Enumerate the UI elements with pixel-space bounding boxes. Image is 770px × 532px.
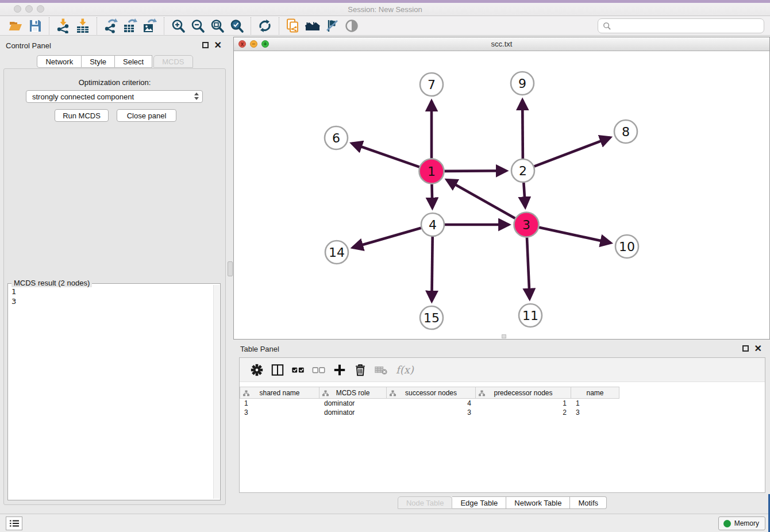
tab-node-table[interactable]: Node Table: [398, 496, 453, 509]
mcds-result-text[interactable]: 1 3: [9, 286, 212, 499]
function-icon[interactable]: f(x): [396, 364, 414, 376]
flag-icon[interactable]: [322, 17, 342, 34]
edge-3-11[interactable]: [527, 237, 530, 299]
table-cell[interactable]: 3: [240, 408, 319, 417]
table-cell[interactable]: 1: [240, 399, 319, 408]
select-all-icon[interactable]: [288, 360, 309, 380]
close-panel-icon[interactable]: ✕: [754, 345, 762, 352]
graph-node-label-4: 4: [429, 218, 437, 232]
export-image-icon[interactable]: [140, 17, 160, 34]
chevron-updown-icon: [194, 92, 199, 100]
close-panel-icon[interactable]: ✕: [214, 42, 222, 48]
toolbar-separator: [97, 17, 97, 34]
edge-1-6[interactable]: [352, 144, 419, 167]
open-session-icon[interactable]: [6, 17, 25, 34]
main-toolbar: [0, 16, 770, 36]
table-row[interactable]: 3dominator323: [240, 408, 765, 417]
network-window-titlebar[interactable]: x − + scc.txt: [234, 37, 769, 51]
table-cell[interactable]: dominator: [319, 408, 387, 417]
tab-select[interactable]: Select: [115, 55, 152, 68]
apply-layout-icon[interactable]: [255, 17, 275, 34]
search-input[interactable]: [614, 20, 764, 32]
export-table-icon[interactable]: [121, 17, 140, 34]
edge-2-9[interactable]: [522, 100, 523, 159]
tab-mcds[interactable]: MCDS: [153, 55, 192, 68]
table-cell[interactable]: 3: [571, 408, 619, 417]
splitter-grip[interactable]: [228, 261, 233, 276]
tab-motifs[interactable]: Motifs: [570, 496, 607, 509]
edge-2-3[interactable]: [523, 183, 525, 207]
clone-network-icon[interactable]: [283, 17, 303, 34]
network-canvas[interactable]: 7968124314101511: [234, 51, 769, 339]
graph-node-label-14: 14: [329, 245, 345, 260]
trash-icon[interactable]: [350, 360, 371, 380]
table-header-row: shared nameMCDS rolesuccessor nodesprede…: [240, 387, 765, 399]
edge-1-2[interactable]: [444, 171, 506, 171]
control-panel: Control Panel ✕ NetworkStyleSelectMCDS O…: [0, 36, 230, 514]
tab-network-table[interactable]: Network Table: [506, 496, 570, 509]
optimization-criterion-select[interactable]: strongly connected component: [26, 90, 203, 103]
table-panel: Table Panel ✕: [233, 341, 770, 514]
column-header-MCDS-role[interactable]: MCDS role: [319, 387, 387, 399]
tab-network[interactable]: Network: [37, 55, 82, 68]
table-row[interactable]: 1dominator411: [240, 399, 765, 408]
window-resize-grip[interactable]: [502, 334, 506, 338]
graph-node-label-8: 8: [622, 125, 630, 139]
column-header-successor-nodes[interactable]: successor nodes: [387, 387, 476, 399]
close-panel-button[interactable]: Close panel: [117, 109, 176, 122]
mcds-result-group: MCDS result (2 nodes) 1 3: [7, 283, 221, 500]
graph-node-label-15: 15: [424, 311, 440, 325]
tab-edge-table[interactable]: Edge Table: [452, 496, 506, 509]
memory-status-dot: [723, 520, 731, 527]
home-icon[interactable]: [303, 17, 322, 34]
float-panel-icon[interactable]: [202, 42, 209, 48]
eye-icon[interactable]: [342, 17, 361, 34]
search-box[interactable]: [598, 18, 764, 33]
column-header-name[interactable]: name: [571, 387, 619, 399]
optimization-criterion-value: strongly connected component: [32, 92, 134, 101]
zoom-selected-icon[interactable]: [227, 17, 247, 34]
import-table-icon[interactable]: [73, 17, 93, 34]
app-titlebar: Session: New Session: [0, 0, 770, 16]
table-cell[interactable]: 1: [571, 399, 619, 408]
column-header-shared-name[interactable]: shared name: [240, 387, 319, 399]
delete-table-icon[interactable]: [371, 360, 391, 380]
zoom-in-icon[interactable]: [168, 17, 188, 34]
export-network-icon[interactable]: [101, 17, 121, 34]
save-session-icon[interactable]: [25, 17, 45, 34]
import-network-icon[interactable]: [53, 17, 73, 34]
optimization-criterion-label: Optimization criterion:: [4, 78, 225, 87]
table-panel-title: Table Panel: [240, 345, 279, 353]
graph-node-label-1: 1: [428, 164, 436, 179]
task-history-button[interactable]: [6, 516, 22, 530]
status-bar: Memory: [0, 514, 770, 532]
edge-3-10[interactable]: [539, 228, 611, 243]
deselect-all-icon[interactable]: [309, 360, 329, 380]
edge-4-14[interactable]: [353, 228, 421, 248]
edge-3-1[interactable]: [447, 180, 515, 218]
edge-2-8[interactable]: [534, 137, 610, 166]
result-scrollbar[interactable]: [213, 285, 220, 499]
toolbar-separator: [251, 17, 251, 34]
table-cell[interactable]: dominator: [319, 399, 387, 408]
tab-style[interactable]: Style: [82, 55, 115, 68]
float-panel-icon[interactable]: [742, 345, 749, 352]
edge-1-4[interactable]: [432, 184, 432, 208]
graph-node-label-6: 6: [332, 131, 340, 145]
edge-4-15[interactable]: [432, 237, 432, 301]
column-header-predecessor-nodes[interactable]: predecessor nodes: [476, 387, 571, 399]
columns-icon[interactable]: [267, 360, 288, 380]
toolbar-separator: [279, 17, 279, 34]
run-mcds-button[interactable]: Run MCDS: [55, 109, 109, 122]
list-icon: [9, 519, 20, 527]
table-cell[interactable]: 1: [476, 399, 571, 408]
zoom-fit-icon[interactable]: [207, 17, 227, 34]
memory-button[interactable]: Memory: [718, 516, 765, 530]
gear-icon[interactable]: [247, 360, 267, 380]
table-cell[interactable]: 4: [387, 399, 476, 408]
zoom-out-icon[interactable]: [188, 17, 207, 34]
table-cell[interactable]: 2: [476, 408, 571, 417]
add-icon[interactable]: [329, 360, 350, 380]
table-tabs: Node TableEdge TableNetwork TableMotifs: [233, 496, 770, 509]
table-cell[interactable]: 3: [387, 408, 476, 417]
